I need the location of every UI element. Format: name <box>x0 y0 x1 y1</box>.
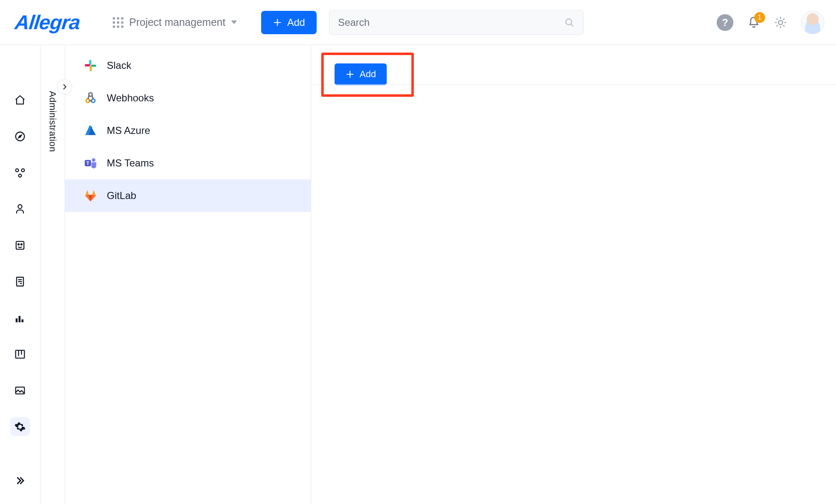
add-integration-button[interactable]: Add <box>335 63 387 85</box>
integration-item-teams[interactable]: T MS Teams <box>65 147 311 179</box>
teams-icon: T <box>83 156 98 170</box>
svg-rect-34 <box>91 65 96 67</box>
svg-rect-27 <box>18 316 20 322</box>
nav-boards[interactable] <box>10 345 30 363</box>
nav-docs[interactable] <box>10 272 30 291</box>
notifications-button[interactable]: 1 <box>748 16 760 29</box>
integration-item-azure[interactable]: MS Azure <box>65 114 311 147</box>
svg-line-3 <box>571 24 573 26</box>
integration-label: MS Azure <box>107 125 150 136</box>
svg-point-4 <box>778 20 783 25</box>
svg-text:T: T <box>86 160 89 166</box>
nav-workflow[interactable] <box>10 164 30 182</box>
nav-gallery[interactable] <box>10 381 30 400</box>
integration-item-webhooks[interactable]: Webhooks <box>65 82 311 114</box>
bar-chart-icon <box>14 312 26 324</box>
chevron-down-icon <box>231 20 237 24</box>
apps-grid-icon <box>113 17 123 28</box>
body: Administration Slack Webhooks MS Azure T <box>0 45 836 504</box>
svg-rect-29 <box>15 350 24 358</box>
svg-point-18 <box>18 205 22 209</box>
help-button[interactable]: ? <box>717 14 733 31</box>
topbar-actions: ? 1 <box>717 11 824 34</box>
person-icon <box>14 203 26 215</box>
plus-icon <box>273 18 282 27</box>
svg-line-10 <box>783 25 784 26</box>
workspace-switcher[interactable]: Project management <box>113 16 237 28</box>
gitlab-icon <box>83 189 98 203</box>
svg-marker-48 <box>92 190 96 196</box>
integration-label: GitLab <box>107 190 136 202</box>
svg-point-21 <box>20 244 22 245</box>
home-icon <box>14 94 26 106</box>
gear-icon <box>14 421 26 433</box>
integration-label: MS Teams <box>107 157 154 169</box>
nodes-icon <box>14 167 26 179</box>
svg-point-20 <box>18 244 19 245</box>
svg-marker-47 <box>85 190 89 196</box>
admin-panel-collapsed: Administration <box>40 45 65 504</box>
svg-point-44 <box>92 158 96 162</box>
admin-panel-label: Administration <box>47 91 58 504</box>
admin-panel-toggle[interactable] <box>57 79 72 94</box>
svg-rect-19 <box>16 242 24 249</box>
plus-icon <box>345 70 355 79</box>
help-icon: ? <box>717 14 733 31</box>
svg-point-16 <box>21 169 24 172</box>
notification-badge: 1 <box>754 12 765 23</box>
compass-icon <box>14 131 26 142</box>
document-icon <box>14 276 26 287</box>
kanban-icon <box>14 348 26 360</box>
add-integration-label: Add <box>360 69 376 80</box>
svg-line-9 <box>777 19 778 20</box>
integration-item-slack[interactable]: Slack <box>65 49 311 82</box>
sun-icon <box>774 16 787 29</box>
integration-label: Slack <box>107 60 131 71</box>
slack-icon <box>83 58 98 73</box>
chevrons-right-icon <box>14 475 26 486</box>
svg-rect-28 <box>21 319 23 322</box>
topbar: Allegra Project management Add ? 1 <box>0 0 836 45</box>
nav-rail <box>0 45 40 504</box>
image-icon <box>14 385 26 396</box>
rail-expand[interactable] <box>10 471 30 490</box>
integration-label: Webhooks <box>107 92 154 104</box>
chevron-right-icon <box>61 83 68 91</box>
nav-reports-bars[interactable] <box>10 308 30 327</box>
search-icon <box>564 17 575 28</box>
nav-settings[interactable] <box>10 417 30 436</box>
nav-people[interactable] <box>10 200 30 219</box>
svg-marker-14 <box>18 135 21 138</box>
svg-point-17 <box>18 174 21 177</box>
search-field[interactable] <box>329 10 584 35</box>
svg-line-11 <box>777 25 778 26</box>
add-button-label: Add <box>287 17 305 28</box>
main-content: Add <box>311 45 836 504</box>
svg-point-15 <box>15 169 18 172</box>
svg-rect-33 <box>89 60 91 65</box>
svg-rect-36 <box>85 64 90 66</box>
main-divider <box>311 84 836 85</box>
svg-rect-35 <box>90 66 92 71</box>
svg-rect-26 <box>15 318 18 322</box>
nav-templates[interactable] <box>10 236 30 255</box>
search-input[interactable] <box>338 17 564 28</box>
user-avatar[interactable] <box>801 11 824 34</box>
add-button[interactable]: Add <box>261 11 317 34</box>
mask-icon <box>14 239 26 251</box>
integrations-list: Slack Webhooks MS Azure T MS Teams GitLa… <box>65 45 311 504</box>
svg-line-12 <box>783 19 784 20</box>
integration-item-gitlab[interactable]: GitLab <box>65 179 311 212</box>
nav-home[interactable] <box>10 91 30 110</box>
webhook-icon <box>83 91 98 105</box>
workspace-label: Project management <box>129 16 226 28</box>
azure-icon <box>83 123 98 138</box>
logo-text: Allegra <box>14 11 81 34</box>
theme-toggle[interactable] <box>774 16 787 29</box>
app-logo: Allegra <box>15 11 80 34</box>
nav-explore[interactable] <box>10 127 30 146</box>
